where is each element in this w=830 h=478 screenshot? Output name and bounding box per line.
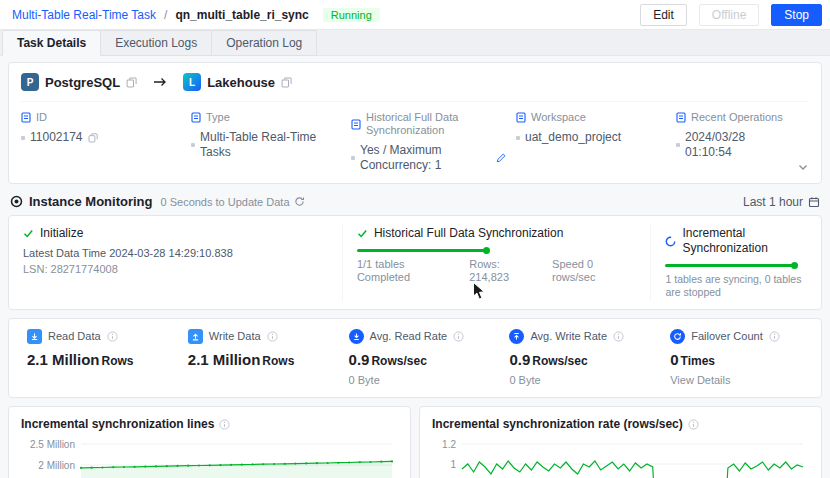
read-data-value: 2.1 Million	[27, 351, 100, 368]
tab-bar: Task Details Execution Logs Operation Lo…	[0, 30, 830, 56]
failover-count-unit: Times	[681, 354, 715, 368]
info-icon[interactable]	[267, 331, 278, 342]
failover-count-icon	[670, 329, 685, 344]
incremental-lines-card: Incremental synchronization lines 2.5 Mi…	[8, 406, 411, 478]
time-range-label: Last 1 hour	[743, 195, 803, 209]
field-recent-operations-value: 2024/03/28 01:10:54	[685, 130, 787, 160]
check-icon	[23, 228, 34, 239]
calendar-icon	[808, 196, 820, 208]
field-id: ID 11002174	[21, 111, 191, 145]
tab-execution-logs[interactable]: Execution Logs	[100, 30, 212, 56]
info-icon[interactable]	[769, 331, 780, 342]
source-name: PostgreSQL	[45, 75, 120, 90]
avg-write-rate-icon	[509, 329, 524, 344]
main-content: P PostgreSQL L Lakehouse ID	[0, 56, 830, 478]
incremental-lines-title: Incremental synchronization lines	[21, 417, 214, 432]
avg-write-rate-sub: 0 Byte	[509, 374, 642, 387]
svg-text:2 Million: 2 Million	[38, 460, 75, 471]
metric-failover-count-label: Failover Count	[691, 329, 763, 344]
metric-avg-write-rate: Avg. Write Rate 0.9Rows/sec 0 Byte	[495, 329, 656, 387]
svg-text:1.2: 1.2	[442, 439, 456, 450]
breadcrumb-current: qn_multi_table_ri_sync	[175, 8, 308, 22]
offline-button[interactable]: Offline	[699, 4, 759, 26]
value-bullet	[351, 156, 355, 160]
incremental-rate-chart: 1.210.80.60.40.20	[432, 438, 811, 478]
edit-button[interactable]: Edit	[640, 4, 687, 26]
refresh-icon[interactable]	[294, 196, 305, 207]
write-data-unit: Rows	[262, 354, 294, 368]
info-icon[interactable]	[688, 419, 699, 430]
field-doc-icon	[676, 112, 686, 123]
info-icon[interactable]	[107, 331, 118, 342]
check-icon	[357, 228, 368, 239]
metric-failover-count: Failover Count 0Times View Details	[656, 329, 817, 387]
copy-target-icon[interactable]	[281, 77, 292, 88]
metric-read-data-label: Read Data	[48, 329, 101, 344]
field-doc-icon	[516, 112, 526, 123]
avg-read-rate-unit: Rows/sec	[371, 354, 426, 368]
instance-monitoring-title: Instance Monitoring	[29, 194, 153, 209]
postgresql-icon: P	[21, 73, 39, 91]
field-workspace: Workspace uat_demo_project	[516, 111, 676, 145]
incremental-rate-card: Incremental synchronization rate (rows/s…	[419, 406, 822, 478]
metric-avg-read-rate: Avg. Read Rate 0.9Rows/sec 0 Byte	[335, 329, 496, 387]
latest-data-time: Latest Data Time 2024-03-28 14:29:10.838	[23, 247, 328, 260]
stage-full-sync: Historical Full Data Synchronization 1/1…	[342, 224, 651, 301]
value-bullet	[516, 136, 520, 140]
chevron-down-icon[interactable]	[797, 161, 809, 173]
stop-button[interactable]: Stop	[771, 4, 822, 26]
charts-row: Incremental synchronization lines 2.5 Mi…	[8, 406, 822, 478]
view-details-link[interactable]: View Details	[670, 374, 803, 387]
incremental-tables-stat: 1 tables are syncing, 0 tables are stopp…	[665, 273, 807, 299]
monitor-target-icon	[10, 195, 23, 208]
field-full-sync-value: Yes / Maximum Concurrency: 1	[360, 143, 491, 173]
copy-source-icon[interactable]	[126, 77, 137, 88]
field-recent-operations: Recent Operations 2024/03/28 01:10:54	[676, 111, 797, 160]
breadcrumb-separator: /	[164, 8, 167, 22]
info-icon[interactable]	[219, 419, 230, 430]
stage-initialize: Initialize Latest Data Time 2024-03-28 1…	[9, 224, 342, 301]
stage-incremental-title: Incremental Synchronization	[682, 226, 807, 256]
field-workspace-label: Workspace	[531, 111, 586, 124]
field-doc-icon	[191, 112, 201, 123]
lakehouse-icon: L	[183, 73, 201, 91]
refresh-countdown-text: 0 Seconds to Update Data	[161, 196, 290, 208]
metric-avg-write-rate-label: Avg. Write Rate	[530, 329, 607, 344]
full-sync-progress-bar	[357, 249, 487, 252]
stage-incremental: Incremental Synchronization 1 tables are…	[650, 224, 821, 301]
tab-operation-log[interactable]: Operation Log	[211, 30, 317, 56]
info-icon[interactable]	[613, 331, 624, 342]
arrow-right-icon	[153, 77, 167, 87]
time-range-picker[interactable]: Last 1 hour	[743, 195, 820, 209]
avg-write-rate-value: 0.9	[509, 351, 530, 368]
edit-concurrency-icon[interactable]	[496, 153, 506, 163]
avg-read-rate-value: 0.9	[349, 351, 370, 368]
full-sync-rows-stat: Rows: 214,823	[469, 258, 540, 284]
avg-write-rate-unit: Rows/sec	[532, 354, 587, 368]
metric-read-data: Read Data 2.1 MillionRows	[13, 329, 174, 387]
metric-write-data-label: Write Data	[209, 329, 261, 344]
avg-read-rate-sub: 0 Byte	[349, 374, 482, 387]
copy-id-icon[interactable]	[88, 133, 98, 143]
info-icon[interactable]	[453, 331, 464, 342]
top-header: Multi-Table Real-Time Task / qn_multi_ta…	[0, 0, 830, 30]
field-full-sync-label: Historical Full Data Synchronization	[366, 111, 506, 137]
stage-initialize-title: Initialize	[40, 226, 83, 241]
svg-text:1: 1	[450, 459, 456, 470]
read-data-icon	[27, 329, 42, 344]
field-recent-operations-label: Recent Operations	[691, 111, 783, 124]
tab-task-details[interactable]: Task Details	[2, 30, 101, 56]
field-type: Type Multi-Table Real-Time Tasks	[191, 111, 351, 160]
full-sync-tables-stat: 1/1 tables Completed	[357, 258, 457, 284]
metrics-card: Read Data 2.1 MillionRows Write Data 2.1…	[8, 318, 822, 398]
read-data-unit: Rows	[102, 354, 134, 368]
value-bullet	[21, 136, 25, 140]
breadcrumb-parent-link[interactable]: Multi-Table Real-Time Task	[12, 8, 156, 22]
status-badge: Running	[323, 8, 380, 22]
field-type-label: Type	[206, 111, 230, 124]
sync-stages-card: Initialize Latest Data Time 2024-03-28 1…	[8, 215, 822, 310]
field-doc-icon	[351, 119, 361, 130]
write-data-icon	[188, 329, 203, 344]
value-bullet	[676, 143, 680, 147]
metric-write-data: Write Data 2.1 MillionRows	[174, 329, 335, 387]
